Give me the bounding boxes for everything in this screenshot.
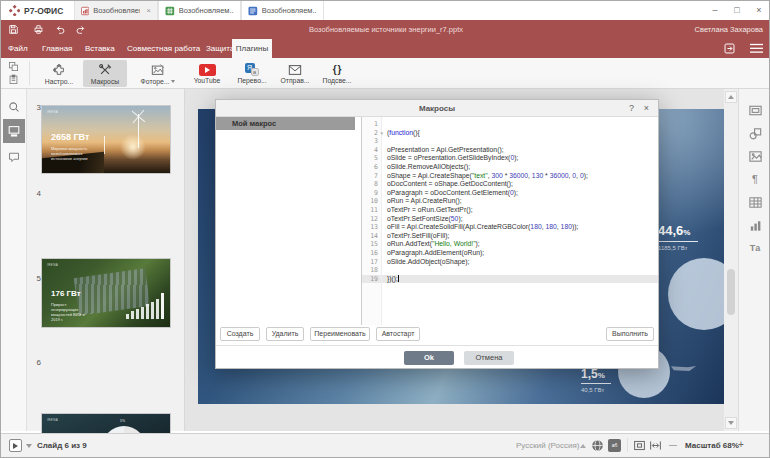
code-line[interactable]: oDocContent = oShape.GetDocContent(); [382,180,658,189]
code-line[interactable]: oRun.AddText("Hello, World!"); [382,240,658,249]
chart-settings-icon[interactable] [746,216,764,234]
slide-thumbnail-3[interactable]: IRENA 2658 ГВт Мировая мощность возобнов… [41,105,171,174]
slide-settings-icon[interactable] [746,101,764,119]
language-chevron-icon[interactable] [580,444,586,448]
print-icon[interactable] [33,24,44,35]
plugin-label: Перево... [237,77,266,84]
region-large-value: 44,6% [658,223,690,238]
slideshow-chevron-icon[interactable] [26,444,32,448]
fit-to-slide-icon[interactable] [633,439,646,452]
code-line[interactable]: oTextPr.SetFontSize(50); [382,215,658,224]
code-line[interactable]: oShape = Api.CreateShape("text", 300 * 3… [382,172,658,181]
scrollbar-thumb[interactable] [727,269,735,315]
zoom-level[interactable]: Масштаб 68% [685,441,739,450]
user-name[interactable]: Светлана Захарова [695,20,763,39]
chevron-down-icon[interactable] [171,80,175,83]
cancel-button[interactable]: Отмена [464,351,514,365]
dialog-help-icon[interactable]: ? [629,100,634,117]
scroll-up-icon[interactable] [725,91,737,103]
code-line-number: 8 [362,180,381,189]
spellcheck-icon[interactable]: аб [608,439,621,452]
slide-thumbnail-4[interactable]: IRENA 176 ГВт Прирост генерирующих мощно… [41,258,171,328]
paragraph-settings-icon[interactable]: ¶ [746,170,764,188]
zoom-in-button[interactable]: + [738,439,744,450]
tab-presentation[interactable]: Возобновляем... × [74,1,158,20]
plugin-settings-button[interactable]: Настро... [37,60,81,87]
shape-settings-icon[interactable] [746,124,764,142]
create-macro-button[interactable]: Создать [220,327,260,341]
code-line[interactable]: oTextPr = oRun.GetTextPr(); [382,206,658,215]
fold-marker-icon[interactable]: ▾ [380,129,383,138]
image-settings-icon[interactable] [746,147,764,165]
ok-button[interactable]: Ok [404,351,454,365]
run-macro-button[interactable]: Выполнить [606,327,654,341]
slide-counter: Слайд 6 из 9 [37,441,87,450]
code-line[interactable]: oFill = Api.CreateSolidFill(Api.CreateRG… [382,223,658,232]
menu-home[interactable]: Главная [42,39,72,58]
code-line[interactable]: oPresentation = Api.GetPresentation(); [382,146,658,155]
code-line[interactable]: oParagraph.AddElement(oRun); [382,249,658,258]
start-slideshow-button[interactable] [9,439,22,452]
close-window-button[interactable]: × [748,1,770,20]
delete-macro-button[interactable]: Удалить [266,327,304,341]
textart-settings-icon[interactable]: Та [746,239,764,257]
plugin-youtube-button[interactable]: YouTube [185,60,229,87]
rename-macro-button[interactable]: Переименовать [310,327,370,341]
code-line[interactable]: })(); [382,275,658,284]
menu-protect[interactable]: Защита [206,39,234,58]
menu-collab[interactable]: Совместная работа [127,39,200,58]
minimize-button[interactable]: – [704,1,726,20]
code-line[interactable]: oSlide = oPresentation.GetSlideByIndex(0… [382,154,658,163]
macro-list-item-selected[interactable]: Мой макрос [216,117,355,130]
save-icon[interactable] [8,24,19,35]
open-file-location-icon[interactable] [723,42,736,55]
autostart-macro-button[interactable]: Автостарт [376,327,420,341]
code-line[interactable]: oParagraph = oDocContent.GetElement(0); [382,189,658,198]
language-selector[interactable]: Русский (Россия) [516,441,579,450]
title-bar: Р7-ОФИС Возобновляем... × Возобновляем..… [1,1,770,20]
menu-file[interactable]: Файл [8,39,28,58]
code-lines[interactable]: (function(){oPresentation = Api.GetPrese… [382,117,658,325]
app-name: Р7-ОФИС [24,6,63,16]
code-line[interactable]: oSlide.AddObject(oShape); [382,258,658,267]
menu-bar [1,39,770,58]
plugin-macros-button[interactable]: Макросы [83,60,127,87]
scroll-down-icon[interactable] [725,417,737,429]
code-line[interactable] [382,137,658,146]
zoom-out-button[interactable]: — [669,440,677,449]
fit-to-width-icon[interactable] [649,439,662,452]
table-settings-icon[interactable] [746,193,764,211]
copy-icon[interactable] [8,61,19,72]
redo-icon[interactable] [75,24,86,35]
maximize-button[interactable]: □ [726,1,748,20]
undo-icon[interactable] [55,24,66,35]
document-language-globe-icon[interactable] [591,439,604,452]
canvas-scrollbar[interactable] [724,89,738,431]
code-line[interactable]: (function(){ [382,129,658,138]
comments-icon[interactable] [8,151,20,163]
code-line[interactable] [382,120,658,129]
code-line[interactable] [382,266,658,275]
hamburger-menu-icon[interactable] [750,43,763,54]
tab-spreadsheet[interactable]: Возобновляем... [158,1,241,20]
dialog-header[interactable]: Макросы [216,100,658,117]
search-icon[interactable] [8,101,20,113]
slides-panel-toggle[interactable] [3,119,25,143]
code-editor[interactable]: 12▾345678910111213141516171819 (function… [362,117,658,325]
menu-insert[interactable]: Вставка [85,39,115,58]
menu-plugins-active[interactable]: Плагины [232,39,272,58]
text-cursor [398,275,399,282]
code-line[interactable]: oSlide.RemoveAllObjects(); [382,163,658,172]
app-window: Р7-ОФИС Возобновляем... × Возобновляем..… [0,0,770,458]
code-line[interactable]: oRun = Api.CreateRun(); [382,197,658,206]
plugin-translator-button[interactable]: Я a Перево... [231,60,273,87]
plugin-photoeditor-button[interactable]: Фоторе... [135,60,181,87]
tab-document[interactable]: Возобновляем... [241,1,324,20]
plugin-highlight-button[interactable]: { } Подсве... [317,60,357,87]
plugin-send-button[interactable]: Отправ... [275,60,315,87]
macro-list: Мой макрос [216,117,362,325]
code-line[interactable]: oTextPr.SetFill(oFill); [382,232,658,241]
paste-icon[interactable] [8,74,19,85]
close-tab-icon[interactable]: × [146,6,151,15]
dialog-close-icon[interactable]: × [644,100,649,117]
